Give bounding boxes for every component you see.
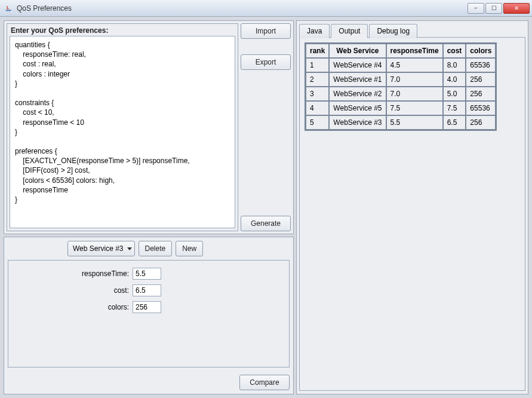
cell: 5.0	[443, 87, 466, 101]
tabs: Java Output Debug log	[299, 23, 525, 38]
cell: WebService #3	[329, 115, 386, 130]
th-rank: rank	[306, 44, 329, 58]
tab-content-output: rank Web Service responseTime cost color…	[299, 37, 525, 391]
compare-button[interactable]: Compare	[239, 375, 290, 390]
responsetime-label: responseTime:	[13, 270, 133, 278]
cell: 65536	[466, 101, 496, 115]
cell: 65536	[466, 58, 496, 72]
table-row: 3 WebService #2 7.0 5.0 256	[306, 87, 496, 101]
generate-button[interactable]: Generate	[241, 216, 291, 231]
results-panel: Java Output Debug log rank Web Service r…	[296, 20, 528, 394]
service-form: responseTime: cost: colors:	[8, 260, 290, 368]
cell: 4.5	[386, 58, 443, 72]
cell: WebService #5	[329, 101, 386, 115]
chevron-down-icon	[127, 247, 132, 250]
cell: 256	[466, 87, 496, 101]
cell: 6.5	[443, 115, 466, 130]
table-row: 1 WebService #4 4.5 8.0 65536	[306, 58, 496, 72]
titlebar: QoS Preferences − ☐ ✕	[0, 0, 532, 17]
service-selector[interactable]: Web Service #3	[67, 241, 135, 256]
new-button[interactable]: New	[176, 241, 203, 256]
cell: 7.0	[386, 72, 443, 87]
service-editor-panel: Web Service #3 Delete New responseTime: …	[4, 237, 294, 394]
cell: 8.0	[443, 58, 466, 72]
table-row: 4 WebService #5 7.5 7.5 65536	[306, 101, 496, 115]
output-table: rank Web Service responseTime cost color…	[305, 42, 497, 131]
cost-input[interactable]	[133, 284, 161, 296]
cell: 3	[306, 87, 329, 101]
minimize-button[interactable]: −	[468, 3, 484, 14]
th-cost: cost	[443, 44, 466, 58]
cell: 256	[466, 115, 496, 130]
cell: 1	[306, 58, 329, 72]
close-button[interactable]: ✕	[503, 3, 530, 14]
table-row: 2 WebService #1 7.0 4.0 256	[306, 72, 496, 87]
cell: 5.5	[386, 115, 443, 130]
cell: 7.5	[386, 101, 443, 115]
cell: 2	[306, 72, 329, 87]
cell: 4	[306, 101, 329, 115]
preferences-panel: Enter your QoS preferences: Import Expor…	[4, 20, 294, 234]
colors-input[interactable]	[133, 301, 161, 313]
java-icon	[4, 4, 13, 13]
service-selector-label: Web Service #3	[73, 244, 124, 253]
cell: WebService #2	[329, 87, 386, 101]
tab-java[interactable]: Java	[299, 24, 330, 38]
preferences-textarea[interactable]	[10, 36, 235, 228]
import-button[interactable]: Import	[241, 23, 291, 39]
cost-label: cost:	[13, 286, 133, 295]
table-row: 5 WebService #3 5.5 6.5 256	[306, 115, 496, 130]
cell: 7.0	[386, 87, 443, 101]
cell: 4.0	[443, 72, 466, 87]
cell: WebService #1	[329, 72, 386, 87]
tab-debug[interactable]: Debug log	[369, 24, 417, 38]
cell: 7.5	[443, 101, 466, 115]
cell: 5	[306, 115, 329, 130]
responsetime-input[interactable]	[133, 268, 161, 280]
preferences-label: Enter your QoS preferences:	[7, 24, 238, 36]
cell: WebService #4	[329, 58, 386, 72]
window-title: QoS Preferences	[17, 4, 468, 13]
cell: 256	[466, 72, 496, 87]
export-button[interactable]: Export	[241, 54, 291, 70]
th-webservice: Web Service	[329, 44, 386, 58]
th-responsetime: responseTime	[386, 44, 443, 58]
tab-output[interactable]: Output	[331, 24, 368, 38]
maximize-button[interactable]: ☐	[485, 3, 502, 14]
window-controls: − ☐ ✕	[468, 3, 530, 14]
delete-button[interactable]: Delete	[139, 241, 173, 256]
colors-label: colors:	[13, 303, 133, 311]
th-colors: colors	[466, 44, 496, 58]
